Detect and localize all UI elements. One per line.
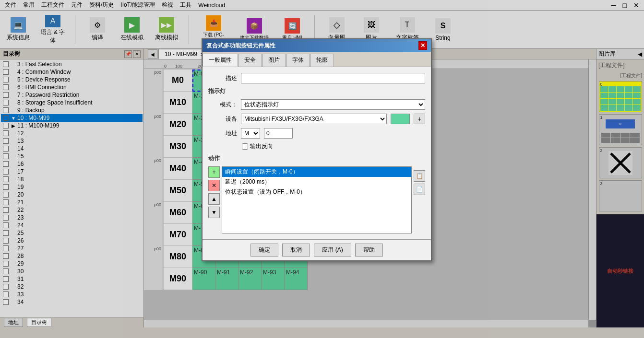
device-label: 设备 <box>208 115 237 123</box>
indicator-section-label: 指示灯 <box>208 87 425 95</box>
action-add-btn[interactable]: + <box>208 166 220 178</box>
modal-close-button[interactable]: ✕ <box>418 41 427 50</box>
mode-label: 模式： <box>208 101 237 109</box>
address-row: 地址 M <box>208 128 425 139</box>
modal-footer: 确定 取消 应用 (A) 帮助 <box>203 239 431 260</box>
device-settings-btn[interactable]: + <box>414 114 425 124</box>
extra-btn-1[interactable]: 📋 <box>414 170 425 182</box>
modal-apply-btn[interactable]: 应用 (A) <box>314 244 351 256</box>
modal-help-btn[interactable]: 帮助 <box>355 244 383 256</box>
device-select[interactable]: Mitsubishi FX3U/FX3G/FX3GA <box>241 114 387 124</box>
address-value-input[interactable] <box>264 128 293 139</box>
modal-overlay: 复合式多功能按钮元件属性 ✕ 一般属性 安全 图片 字体 轮廓 描述 指示灯 模… <box>0 0 644 338</box>
device-toggle-btn[interactable] <box>391 114 410 124</box>
modal-body: 描述 指示灯 模式： 位状态指示灯 设备 Mitsubishi FX3U/FX3… <box>203 67 431 239</box>
action-section-label: 动作 <box>208 154 425 163</box>
address-type-select[interactable]: M <box>241 128 260 139</box>
modal-dialog: 复合式多功能按钮元件属性 ✕ 一般属性 安全 图片 字体 轮廓 描述 指示灯 模… <box>202 38 432 261</box>
modal-tab-general[interactable]: 一般属性 <box>203 54 238 67</box>
extra-btns-col: 📋 📄 <box>414 170 425 195</box>
modal-title: 复合式多功能按钮元件属性 <box>206 42 275 50</box>
description-row: 描述 <box>208 73 425 83</box>
action-move-up-btn[interactable]: ▲ <box>208 193 220 205</box>
invert-row: 输出反向 <box>242 142 425 151</box>
actions-row: + ✕ ▲ ▼ 瞬间设置（闭路开关，M-0） 延迟（2000 ms） 位状态设置… <box>208 166 425 233</box>
action-move-down-btn[interactable]: ▼ <box>208 207 220 218</box>
extra-btn-2[interactable]: 📄 <box>414 184 425 195</box>
modal-tab-security[interactable]: 安全 <box>238 54 262 67</box>
action-buttons-col: + ✕ ▲ ▼ <box>208 166 220 218</box>
action-delete-btn[interactable]: ✕ <box>208 180 220 191</box>
action-item-0[interactable]: 瞬间设置（闭路开关，M-0） <box>222 167 411 177</box>
modal-titlebar: 复合式多功能按钮元件属性 ✕ <box>203 39 431 52</box>
device-row: 设备 Mitsubishi FX3U/FX3G/FX3GA + <box>208 114 425 124</box>
address-label: 地址 <box>208 129 237 138</box>
modal-ok-btn[interactable]: 确定 <box>250 244 278 256</box>
modal-tab-font[interactable]: 字体 <box>286 54 310 67</box>
modal-tab-picture[interactable]: 图片 <box>262 54 286 67</box>
invert-label: 输出反向 <box>250 142 273 151</box>
description-input[interactable] <box>241 73 425 83</box>
modal-cancel-btn[interactable]: 取消 <box>282 244 310 256</box>
mode-select[interactable]: 位状态指示灯 <box>241 99 425 110</box>
action-list[interactable]: 瞬间设置（闭路开关，M-0） 延迟（2000 ms） 位状态设置（设为 OFF，… <box>222 166 412 233</box>
invert-checkbox[interactable] <box>242 143 248 150</box>
modal-tab-outline[interactable]: 轮廓 <box>310 54 334 67</box>
description-label: 描述 <box>208 74 237 82</box>
mode-row: 模式： 位状态指示灯 <box>208 99 425 110</box>
modal-tabs: 一般属性 安全 图片 字体 轮廓 <box>203 52 431 67</box>
action-item-2[interactable]: 位状态设置（设为 OFF，M-0） <box>222 187 411 197</box>
action-item-1[interactable]: 延迟（2000 ms） <box>222 177 411 187</box>
